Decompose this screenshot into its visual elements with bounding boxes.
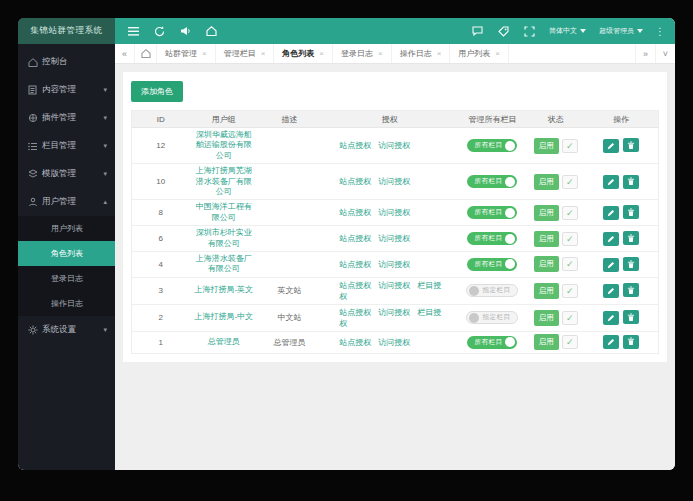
status-check-icon[interactable]: ✓ [562, 175, 578, 189]
delete-button[interactable] [623, 310, 639, 324]
tabs-scroll-left-button[interactable]: « [115, 44, 135, 63]
status-check-icon[interactable]: ✓ [562, 257, 578, 271]
all-columns-toggle[interactable]: 所有栏目 [467, 139, 517, 152]
edit-button[interactable] [603, 335, 619, 349]
group-link[interactable]: 上海打捞局-中文 [194, 312, 253, 322]
auth-link[interactable]: 访问授权 [378, 260, 410, 269]
status-check-icon[interactable]: ✓ [562, 232, 578, 246]
tab-close-icon[interactable]: × [202, 49, 207, 58]
edit-button[interactable] [603, 311, 619, 325]
group-link[interactable]: 上海打捞局芜湖潜水装备厂有限公司 [193, 166, 255, 197]
auth-link[interactable]: 站点授权 [339, 177, 371, 186]
group-link[interactable]: 总管理员 [208, 337, 240, 347]
tab-close-icon[interactable]: × [319, 49, 324, 58]
all-columns-toggle[interactable]: 所有栏目 [467, 206, 517, 219]
delete-button[interactable] [623, 335, 639, 349]
tab-close-icon[interactable]: × [261, 49, 266, 58]
sidebar-item-1[interactable]: 控制台 [18, 48, 115, 76]
announcement-icon[interactable] [179, 25, 192, 38]
delete-button[interactable] [623, 231, 639, 245]
group-link[interactable]: 中国海洋工程有限公司 [193, 202, 255, 223]
language-dropdown[interactable]: 简体中文 [549, 26, 586, 36]
status-badge[interactable]: 启用 [534, 138, 559, 154]
status-check-icon[interactable]: ✓ [562, 139, 578, 153]
sidebar-subitem-登录日志[interactable]: 登录日志 [18, 266, 115, 291]
auth-link[interactable]: 站点授权 [339, 308, 371, 317]
group-link[interactable]: 上海潜水装备厂有限公司 [193, 254, 255, 275]
tabs-scroll-right-button[interactable]: » [635, 44, 655, 63]
all-columns-toggle[interactable]: 所有栏目 [467, 175, 517, 188]
auth-link[interactable]: 站点授权 [339, 260, 371, 269]
group-link[interactable]: 上海打捞局-英文 [194, 285, 253, 295]
auth-link[interactable]: 访问授权 [378, 308, 410, 317]
tag-icon[interactable] [497, 25, 510, 38]
group-link[interactable]: 深圳华威远海船舶运输股份有限公司 [193, 130, 255, 161]
sidebar-item-5[interactable]: 模版管理▾ [18, 160, 115, 188]
tab-用户列表[interactable]: 用户列表× [450, 44, 509, 63]
auth-link[interactable]: 访问授权 [378, 234, 410, 243]
tab-管理栏目[interactable]: 管理栏目× [216, 44, 275, 63]
group-link[interactable]: 深圳市杉叶实业有限公司 [193, 228, 255, 249]
message-icon[interactable] [471, 25, 484, 38]
sidebar-subitem-用户列表[interactable]: 用户列表 [18, 216, 115, 241]
delete-button[interactable] [623, 205, 639, 219]
auth-link[interactable]: 站点授权 [339, 338, 371, 347]
home-icon[interactable] [205, 25, 218, 38]
all-columns-toggle[interactable]: 指定栏目 [466, 311, 518, 324]
sidebar-subitem-角色列表[interactable]: 角色列表 [18, 241, 115, 266]
fullscreen-icon[interactable] [523, 25, 536, 38]
tab-登录日志[interactable]: 登录日志× [333, 44, 392, 63]
edit-button[interactable] [603, 232, 619, 246]
status-check-icon[interactable]: ✓ [562, 335, 578, 349]
status-badge[interactable]: 启用 [534, 205, 559, 221]
edit-button[interactable] [603, 258, 619, 272]
status-badge[interactable]: 启用 [534, 334, 559, 350]
status-check-icon[interactable]: ✓ [562, 311, 578, 325]
menu-icon[interactable] [127, 25, 140, 38]
status-badge[interactable]: 启用 [534, 256, 559, 272]
delete-button[interactable] [623, 138, 639, 152]
edit-button[interactable] [603, 284, 619, 298]
sidebar-item-2[interactable]: 内容管理▾ [18, 76, 115, 104]
all-columns-toggle[interactable]: 指定栏目 [466, 284, 518, 297]
edit-button[interactable] [603, 206, 619, 220]
all-columns-toggle[interactable]: 所有栏目 [467, 336, 517, 349]
tab-home-icon[interactable] [135, 44, 157, 63]
auth-link[interactable]: 站点授权 [339, 208, 371, 217]
sidebar-item-7[interactable]: 系统设置▾ [18, 316, 115, 344]
sidebar-item-3[interactable]: 插件管理▾ [18, 104, 115, 132]
auth-link[interactable]: 访问授权 [378, 141, 410, 150]
delete-button[interactable] [623, 257, 639, 271]
auth-link[interactable]: 站点授权 [339, 281, 371, 290]
sidebar-subitem-操作日志[interactable]: 操作日志 [18, 291, 115, 316]
tabs-collapse-button[interactable]: ˅ [655, 44, 675, 63]
edit-button[interactable] [603, 139, 619, 153]
auth-link[interactable]: 访问授权 [378, 208, 410, 217]
tab-操作日志[interactable]: 操作日志× [392, 44, 451, 63]
status-badge[interactable]: 启用 [534, 174, 559, 190]
user-dropdown[interactable]: 超级管理员 [599, 26, 643, 36]
sidebar-item-4[interactable]: 栏目管理▾ [18, 132, 115, 160]
all-columns-toggle[interactable]: 所有栏目 [467, 258, 517, 271]
status-badge[interactable]: 启用 [534, 310, 559, 326]
auth-link[interactable]: 站点授权 [339, 141, 371, 150]
auth-link[interactable]: 访问授权 [378, 338, 410, 347]
more-menu-icon[interactable]: ⋮ [655, 26, 665, 37]
tab-close-icon[interactable]: × [437, 49, 442, 58]
delete-button[interactable] [623, 283, 639, 297]
tab-站群管理[interactable]: 站群管理× [157, 44, 216, 63]
auth-link[interactable]: 站点授权 [339, 234, 371, 243]
auth-link[interactable]: 访问授权 [378, 177, 410, 186]
status-badge[interactable]: 启用 [534, 283, 559, 299]
refresh-icon[interactable] [153, 25, 166, 38]
edit-button[interactable] [603, 175, 619, 189]
tab-角色列表[interactable]: 角色列表× [274, 44, 333, 63]
tab-close-icon[interactable]: × [378, 49, 383, 58]
all-columns-toggle[interactable]: 所有栏目 [467, 232, 517, 245]
add-role-button[interactable]: 添加角色 [131, 81, 183, 102]
status-check-icon[interactable]: ✓ [562, 284, 578, 298]
tab-close-icon[interactable]: × [495, 49, 500, 58]
delete-button[interactable] [623, 175, 639, 189]
status-badge[interactable]: 启用 [534, 231, 559, 247]
sidebar-item-6[interactable]: 用户管理▴ [18, 188, 115, 216]
